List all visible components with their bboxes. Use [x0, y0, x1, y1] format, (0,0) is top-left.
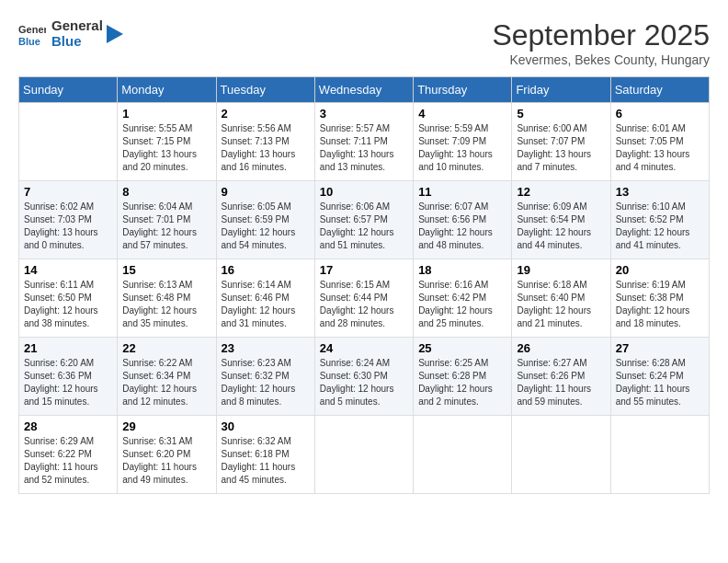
day-number: 16 [222, 263, 310, 277]
day-number: 25 [418, 341, 506, 355]
day-info: Sunrise: 5:59 AM Sunset: 7:09 PM Dayligh… [418, 122, 506, 174]
day-number: 11 [418, 185, 506, 199]
day-number: 26 [517, 341, 605, 355]
month-title: September 2025 [492, 18, 710, 52]
calendar-cell: 15Sunrise: 6:13 AM Sunset: 6:48 PM Dayli… [118, 259, 216, 338]
day-info: Sunrise: 6:16 AM Sunset: 6:42 PM Dayligh… [418, 279, 506, 330]
day-number: 2 [222, 107, 310, 121]
calendar-cell: 20Sunrise: 6:19 AM Sunset: 6:38 PM Dayli… [610, 259, 709, 338]
calendar-cell: 11Sunrise: 6:07 AM Sunset: 6:56 PM Dayli… [414, 181, 512, 259]
title-block: September 2025 Kevermes, Bekes County, H… [492, 18, 710, 67]
calendar-week-3: 14Sunrise: 6:11 AM Sunset: 6:50 PM Dayli… [19, 259, 710, 338]
day-number: 3 [320, 107, 408, 121]
calendar-cell [314, 416, 413, 494]
calendar-cell: 30Sunrise: 6:32 AM Sunset: 6:18 PM Dayli… [216, 416, 314, 494]
weekday-header-sunday: Sunday [19, 77, 118, 103]
calendar-week-5: 28Sunrise: 6:29 AM Sunset: 6:22 PM Dayli… [19, 416, 710, 494]
day-number: 9 [222, 185, 310, 199]
day-number: 22 [122, 341, 210, 355]
weekday-header-thursday: Thursday [414, 77, 512, 103]
day-number: 20 [616, 263, 704, 277]
day-number: 23 [222, 341, 310, 355]
day-info: Sunrise: 6:13 AM Sunset: 6:48 PM Dayligh… [122, 279, 210, 330]
calendar-cell [414, 416, 512, 494]
day-number: 19 [517, 263, 605, 277]
day-info: Sunrise: 6:09 AM Sunset: 6:54 PM Dayligh… [517, 201, 605, 252]
calendar-cell [610, 416, 709, 494]
day-number: 24 [320, 341, 408, 355]
logo-blue: Blue [51, 34, 103, 50]
weekday-header-wednesday: Wednesday [314, 77, 413, 103]
logo: General Blue General Blue [18, 18, 123, 49]
day-number: 15 [122, 263, 210, 277]
day-info: Sunrise: 6:10 AM Sunset: 6:52 PM Dayligh… [616, 201, 704, 252]
day-number: 14 [24, 263, 112, 277]
calendar-cell: 1Sunrise: 5:55 AM Sunset: 7:15 PM Daylig… [118, 103, 216, 181]
calendar-cell: 14Sunrise: 6:11 AM Sunset: 6:50 PM Dayli… [19, 259, 118, 338]
calendar-cell: 28Sunrise: 6:29 AM Sunset: 6:22 PM Dayli… [19, 416, 118, 494]
calendar-cell: 6Sunrise: 6:01 AM Sunset: 7:05 PM Daylig… [610, 103, 709, 181]
page-header: General Blue General Blue September 2025… [18, 18, 710, 67]
calendar-cell [19, 103, 118, 181]
svg-marker-3 [107, 25, 123, 43]
logo-icon: General Blue [18, 20, 46, 48]
calendar-cell: 29Sunrise: 6:31 AM Sunset: 6:20 PM Dayli… [118, 416, 216, 494]
day-info: Sunrise: 6:22 AM Sunset: 6:34 PM Dayligh… [122, 357, 210, 408]
day-info: Sunrise: 5:55 AM Sunset: 7:15 PM Dayligh… [122, 122, 210, 174]
calendar-cell: 13Sunrise: 6:10 AM Sunset: 6:52 PM Dayli… [610, 181, 709, 259]
day-info: Sunrise: 6:02 AM Sunset: 7:03 PM Dayligh… [24, 201, 112, 252]
day-info: Sunrise: 6:18 AM Sunset: 6:40 PM Dayligh… [517, 279, 605, 330]
calendar-cell: 8Sunrise: 6:04 AM Sunset: 7:01 PM Daylig… [118, 181, 216, 259]
day-info: Sunrise: 6:07 AM Sunset: 6:56 PM Dayligh… [418, 201, 506, 252]
day-info: Sunrise: 6:00 AM Sunset: 7:07 PM Dayligh… [517, 122, 605, 174]
day-number: 21 [24, 341, 112, 355]
calendar-cell: 23Sunrise: 6:23 AM Sunset: 6:32 PM Dayli… [216, 338, 314, 416]
day-number: 30 [222, 419, 310, 433]
day-info: Sunrise: 6:20 AM Sunset: 6:36 PM Dayligh… [24, 357, 112, 408]
day-number: 13 [616, 185, 704, 199]
day-info: Sunrise: 6:32 AM Sunset: 6:18 PM Dayligh… [222, 435, 310, 487]
calendar-week-2: 7Sunrise: 6:02 AM Sunset: 7:03 PM Daylig… [19, 181, 710, 259]
day-info: Sunrise: 6:27 AM Sunset: 6:26 PM Dayligh… [517, 357, 605, 408]
weekday-header-friday: Friday [512, 77, 610, 103]
calendar-cell: 16Sunrise: 6:14 AM Sunset: 6:46 PM Dayli… [216, 259, 314, 338]
day-number: 12 [517, 185, 605, 199]
location-subtitle: Kevermes, Bekes County, Hungary [492, 52, 710, 67]
day-info: Sunrise: 6:15 AM Sunset: 6:44 PM Dayligh… [320, 279, 408, 330]
day-number: 10 [320, 185, 408, 199]
calendar-cell: 12Sunrise: 6:09 AM Sunset: 6:54 PM Dayli… [512, 181, 610, 259]
calendar-cell: 27Sunrise: 6:28 AM Sunset: 6:24 PM Dayli… [610, 338, 709, 416]
day-number: 29 [122, 419, 210, 433]
day-number: 18 [418, 263, 506, 277]
calendar-cell: 10Sunrise: 6:06 AM Sunset: 6:57 PM Dayli… [314, 181, 413, 259]
day-number: 28 [24, 419, 112, 433]
day-number: 5 [517, 107, 605, 121]
day-number: 6 [616, 107, 704, 121]
weekday-header-tuesday: Tuesday [216, 77, 314, 103]
calendar-cell: 4Sunrise: 5:59 AM Sunset: 7:09 PM Daylig… [414, 103, 512, 181]
weekday-header-saturday: Saturday [610, 77, 709, 103]
day-number: 17 [320, 263, 408, 277]
calendar-cell: 17Sunrise: 6:15 AM Sunset: 6:44 PM Dayli… [314, 259, 413, 338]
day-info: Sunrise: 5:56 AM Sunset: 7:13 PM Dayligh… [222, 122, 310, 174]
calendar-table: SundayMondayTuesdayWednesdayThursdayFrid… [18, 76, 710, 494]
logo-arrow-icon [107, 21, 123, 47]
day-info: Sunrise: 6:05 AM Sunset: 6:59 PM Dayligh… [222, 201, 310, 252]
day-info: Sunrise: 6:28 AM Sunset: 6:24 PM Dayligh… [616, 357, 704, 408]
calendar-cell [512, 416, 610, 494]
calendar-cell: 7Sunrise: 6:02 AM Sunset: 7:03 PM Daylig… [19, 181, 118, 259]
day-info: Sunrise: 6:29 AM Sunset: 6:22 PM Dayligh… [24, 435, 112, 487]
day-number: 27 [616, 341, 704, 355]
calendar-cell: 24Sunrise: 6:24 AM Sunset: 6:30 PM Dayli… [314, 338, 413, 416]
day-info: Sunrise: 6:24 AM Sunset: 6:30 PM Dayligh… [320, 357, 408, 408]
calendar-cell: 21Sunrise: 6:20 AM Sunset: 6:36 PM Dayli… [19, 338, 118, 416]
day-info: Sunrise: 6:11 AM Sunset: 6:50 PM Dayligh… [24, 279, 112, 330]
day-info: Sunrise: 6:23 AM Sunset: 6:32 PM Dayligh… [222, 357, 310, 408]
calendar-cell: 25Sunrise: 6:25 AM Sunset: 6:28 PM Dayli… [414, 338, 512, 416]
calendar-week-4: 21Sunrise: 6:20 AM Sunset: 6:36 PM Dayli… [19, 338, 710, 416]
calendar-cell: 22Sunrise: 6:22 AM Sunset: 6:34 PM Dayli… [118, 338, 216, 416]
day-info: Sunrise: 6:06 AM Sunset: 6:57 PM Dayligh… [320, 201, 408, 252]
day-info: Sunrise: 6:04 AM Sunset: 7:01 PM Dayligh… [122, 201, 210, 252]
day-number: 4 [418, 107, 506, 121]
calendar-cell: 5Sunrise: 6:00 AM Sunset: 7:07 PM Daylig… [512, 103, 610, 181]
